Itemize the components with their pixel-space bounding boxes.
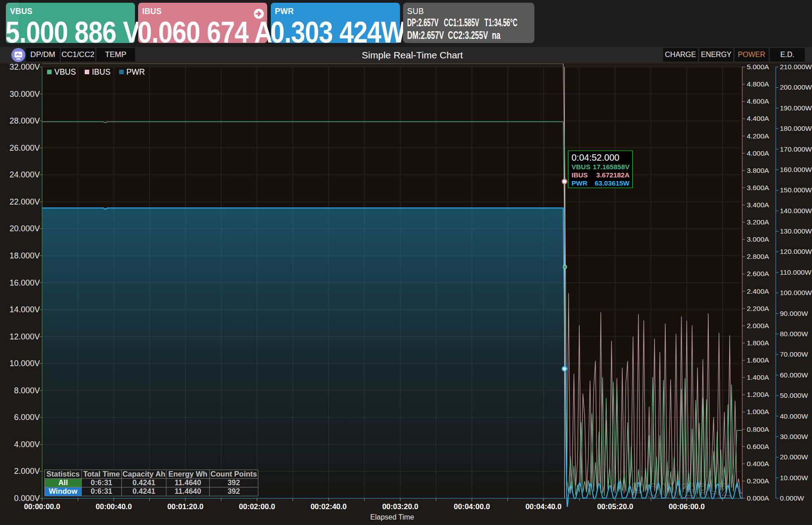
svg-text:120.000W: 120.000W — [780, 248, 812, 255]
svg-text:0.000V: 0.000V — [14, 494, 40, 503]
svg-text:00:00:00.0: 00:00:00.0 — [24, 502, 60, 511]
svg-text:All: All — [58, 478, 68, 487]
svg-text:2.200A: 2.200A — [747, 305, 769, 312]
svg-text:00:02:00.0: 00:02:00.0 — [239, 502, 275, 511]
svg-text:12.000V: 12.000V — [10, 332, 40, 341]
svg-text:130.000W: 130.000W — [780, 227, 812, 235]
svg-text:70.000W: 70.000W — [780, 350, 808, 358]
svg-text:POWER-Z: POWER-Z — [631, 480, 731, 502]
svg-text:00:03:20.0: 00:03:20.0 — [382, 502, 418, 511]
svg-text:1.800A: 1.800A — [747, 339, 769, 347]
svg-text:30.000V: 30.000V — [10, 90, 40, 99]
svg-text:200.000W: 200.000W — [780, 83, 812, 91]
svg-text:0:04:52.000: 0:04:52.000 — [572, 153, 620, 162]
svg-text:150.000W: 150.000W — [780, 186, 812, 194]
svg-text:0.4241: 0.4241 — [133, 487, 155, 495]
svg-text:1.000A: 1.000A — [747, 408, 769, 415]
svg-text:2.600A: 2.600A — [747, 270, 769, 277]
svg-text:28.000V: 28.000V — [10, 116, 40, 125]
svg-text:00:05:20.0: 00:05:20.0 — [597, 502, 633, 511]
svg-text:90.000W: 90.000W — [780, 310, 808, 317]
svg-text:110.000W: 110.000W — [780, 268, 812, 276]
svg-text:5.000A: 5.000A — [747, 63, 769, 71]
svg-text:20.000W: 20.000W — [780, 453, 808, 461]
svg-text:PWR: PWR — [126, 67, 145, 76]
svg-text:00:04:40.0: 00:04:40.0 — [525, 502, 562, 511]
svg-text:00:01:20.0: 00:01:20.0 — [167, 502, 203, 511]
svg-text:160.000W: 160.000W — [780, 166, 812, 173]
svg-text:0.800A: 0.800A — [747, 425, 769, 433]
svg-text:3.400A: 3.400A — [747, 201, 769, 209]
svg-text:Statistics: Statistics — [47, 470, 80, 478]
svg-text:26.000V: 26.000V — [10, 143, 40, 153]
svg-text:VBUS: VBUS — [572, 163, 591, 171]
svg-text:Capacity Ah: Capacity Ah — [122, 470, 165, 478]
svg-text:00:04:00.0: 00:04:00.0 — [454, 502, 490, 511]
svg-text:100.000W: 100.000W — [780, 289, 812, 296]
svg-text:IBUS: IBUS — [92, 67, 111, 76]
svg-text:3.800A: 3.800A — [747, 167, 769, 174]
svg-text:00:06:00.0: 00:06:00.0 — [668, 502, 705, 511]
svg-text:6.000V: 6.000V — [14, 413, 40, 422]
svg-text:PWR: PWR — [572, 179, 587, 187]
svg-text:60.000W: 60.000W — [780, 371, 808, 379]
svg-text:50.000W: 50.000W — [780, 391, 808, 399]
svg-text:0:6:31: 0:6:31 — [91, 487, 112, 495]
svg-text:0.4241: 0.4241 — [133, 478, 155, 487]
svg-text:190.000W: 190.000W — [780, 104, 812, 112]
svg-text:210.000W: 210.000W — [780, 63, 812, 71]
svg-text:392: 392 — [227, 487, 240, 495]
svg-text:2.400A: 2.400A — [747, 287, 769, 295]
svg-text:Elapsed Time: Elapsed Time — [370, 513, 414, 521]
svg-text:4.000A: 4.000A — [747, 149, 769, 157]
svg-text:63.03615W: 63.03615W — [595, 179, 630, 187]
svg-text:Total Time: Total Time — [83, 470, 120, 478]
svg-text:3.600A: 3.600A — [747, 184, 769, 191]
svg-text:0.400A: 0.400A — [747, 460, 769, 468]
svg-text:3.200A: 3.200A — [747, 218, 769, 226]
svg-text:1.600A: 1.600A — [747, 356, 769, 364]
svg-text:8.000V: 8.000V — [14, 386, 40, 395]
svg-text:14.000V: 14.000V — [10, 305, 40, 314]
svg-text:Energy Wh: Energy Wh — [168, 470, 207, 478]
svg-text:24.000V: 24.000V — [10, 170, 40, 179]
svg-text:22.000V: 22.000V — [10, 197, 40, 206]
svg-text:4.400A: 4.400A — [747, 115, 769, 122]
svg-text:170.000W: 170.000W — [780, 145, 812, 153]
svg-text:2.000V: 2.000V — [14, 467, 40, 476]
svg-text:30.000W: 30.000W — [780, 433, 808, 440]
svg-text:4.600A: 4.600A — [747, 97, 769, 105]
svg-text:392: 392 — [227, 478, 240, 487]
svg-text:140.000W: 140.000W — [780, 207, 812, 215]
svg-text:Window: Window — [49, 487, 77, 495]
svg-text:1.400A: 1.400A — [747, 373, 769, 381]
svg-text:00:02:40.0: 00:02:40.0 — [311, 502, 347, 511]
svg-text:3.672182A: 3.672182A — [596, 171, 630, 179]
svg-text:10.000W: 10.000W — [780, 474, 808, 482]
svg-text:0.000W: 0.000W — [780, 494, 804, 502]
svg-text:0.600A: 0.600A — [747, 443, 769, 450]
svg-text:2.000A: 2.000A — [747, 322, 769, 329]
svg-text:40.000W: 40.000W — [780, 412, 808, 420]
svg-text:18.000V: 18.000V — [10, 251, 40, 260]
svg-text:80.000W: 80.000W — [780, 330, 808, 338]
svg-text:10.000V: 10.000V — [10, 359, 40, 368]
svg-text:11.4640: 11.4640 — [174, 487, 201, 495]
svg-text:16.000V: 16.000V — [10, 278, 40, 287]
svg-text:VBUS: VBUS — [54, 67, 76, 76]
svg-text:00:00:40.0: 00:00:40.0 — [96, 502, 132, 511]
svg-text:2.800A: 2.800A — [747, 253, 769, 260]
svg-text:4.000V: 4.000V — [14, 440, 40, 449]
svg-text:11.4640: 11.4640 — [174, 478, 201, 487]
svg-text:17.165858V: 17.165858V — [593, 163, 629, 171]
svg-text:20.000V: 20.000V — [10, 224, 40, 233]
svg-text:0.200A: 0.200A — [747, 477, 769, 485]
svg-text:0:6:31: 0:6:31 — [91, 478, 112, 487]
svg-text:Count Points: Count Points — [211, 470, 257, 478]
svg-text:IBUS: IBUS — [572, 171, 588, 179]
svg-text:3.000A: 3.000A — [747, 235, 769, 243]
svg-text:32.000V: 32.000V — [10, 63, 40, 72]
svg-text:1.200A: 1.200A — [747, 391, 769, 398]
svg-text:4.200A: 4.200A — [747, 132, 769, 140]
svg-text:0.000A: 0.000A — [747, 494, 769, 502]
